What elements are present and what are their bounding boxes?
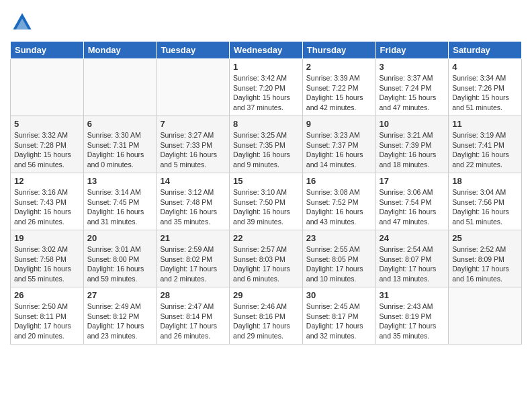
- day-number: 23: [306, 233, 372, 243]
- calendar-cell: 11Sunrise: 3:19 AM Sunset: 7:41 PM Dayli…: [449, 116, 522, 173]
- calendar-cell: 16Sunrise: 3:08 AM Sunset: 7:52 PM Dayli…: [302, 173, 375, 230]
- calendar-cell: 6Sunrise: 3:30 AM Sunset: 7:31 PM Daylig…: [83, 116, 157, 173]
- calendar-cell: 19Sunrise: 3:02 AM Sunset: 7:58 PM Dayli…: [11, 230, 84, 287]
- day-number: 6: [87, 119, 153, 129]
- day-number: 31: [380, 290, 445, 300]
- day-info: Sunrise: 3:19 AM Sunset: 7:41 PM Dayligh…: [452, 130, 518, 170]
- calendar-cell: [83, 59, 157, 116]
- calendar-cell: 10Sunrise: 3:21 AM Sunset: 7:39 PM Dayli…: [375, 116, 449, 173]
- calendar-cell: 7Sunrise: 3:27 AM Sunset: 7:33 PM Daylig…: [157, 116, 230, 173]
- calendar-cell: 28Sunrise: 2:47 AM Sunset: 8:14 PM Dayli…: [157, 287, 230, 345]
- day-info: Sunrise: 2:43 AM Sunset: 8:19 PM Dayligh…: [380, 302, 445, 341]
- day-info: Sunrise: 2:46 AM Sunset: 8:16 PM Dayligh…: [233, 302, 299, 341]
- calendar-cell: 20Sunrise: 3:01 AM Sunset: 8:00 PM Dayli…: [83, 230, 157, 287]
- day-info: Sunrise: 3:02 AM Sunset: 7:58 PM Dayligh…: [14, 244, 80, 284]
- day-info: Sunrise: 3:21 AM Sunset: 7:39 PM Dayligh…: [380, 130, 445, 170]
- day-info: Sunrise: 2:45 AM Sunset: 8:17 PM Dayligh…: [306, 302, 372, 341]
- day-number: 18: [452, 176, 518, 186]
- day-number: 15: [233, 176, 299, 186]
- day-number: 27: [87, 290, 153, 300]
- week-row-1: 1Sunrise: 3:42 AM Sunset: 7:20 PM Daylig…: [11, 59, 522, 116]
- day-number: 30: [306, 290, 372, 300]
- calendar-cell: [11, 59, 84, 116]
- day-info: Sunrise: 2:49 AM Sunset: 8:12 PM Dayligh…: [87, 302, 153, 341]
- calendar-cell: 4Sunrise: 3:34 AM Sunset: 7:26 PM Daylig…: [449, 59, 522, 116]
- calendar-cell: [449, 287, 522, 345]
- calendar-cell: 23Sunrise: 2:55 AM Sunset: 8:05 PM Dayli…: [302, 230, 375, 287]
- day-number: 26: [14, 290, 80, 300]
- calendar-cell: 3Sunrise: 3:37 AM Sunset: 7:24 PM Daylig…: [375, 59, 449, 116]
- calendar-cell: 1Sunrise: 3:42 AM Sunset: 7:20 PM Daylig…: [230, 59, 303, 116]
- day-info: Sunrise: 3:01 AM Sunset: 8:00 PM Dayligh…: [87, 244, 153, 284]
- day-info: Sunrise: 2:52 AM Sunset: 8:09 PM Dayligh…: [452, 244, 518, 284]
- weekday-header-tuesday: Tuesday: [157, 42, 230, 59]
- day-info: Sunrise: 2:50 AM Sunset: 8:11 PM Dayligh…: [14, 302, 80, 341]
- day-info: Sunrise: 3:34 AM Sunset: 7:26 PM Dayligh…: [452, 73, 518, 113]
- day-info: Sunrise: 2:57 AM Sunset: 8:03 PM Dayligh…: [233, 244, 299, 284]
- day-info: Sunrise: 3:30 AM Sunset: 7:31 PM Dayligh…: [87, 130, 153, 170]
- logo: [10, 10, 38, 34]
- weekday-header-monday: Monday: [83, 42, 157, 59]
- calendar-table: SundayMondayTuesdayWednesdayThursdayFrid…: [10, 41, 522, 345]
- day-info: Sunrise: 2:59 AM Sunset: 8:02 PM Dayligh…: [160, 244, 226, 284]
- weekday-header-friday: Friday: [375, 42, 449, 59]
- day-info: Sunrise: 3:12 AM Sunset: 7:48 PM Dayligh…: [160, 187, 226, 227]
- day-info: Sunrise: 3:39 AM Sunset: 7:22 PM Dayligh…: [306, 73, 372, 113]
- day-number: 9: [306, 119, 372, 129]
- calendar-cell: 18Sunrise: 3:04 AM Sunset: 7:56 PM Dayli…: [449, 173, 522, 230]
- day-number: 22: [233, 233, 299, 243]
- day-number: 28: [160, 290, 226, 300]
- calendar-cell: 8Sunrise: 3:25 AM Sunset: 7:35 PM Daylig…: [230, 116, 303, 173]
- day-number: 5: [14, 119, 80, 129]
- day-number: 8: [233, 119, 299, 129]
- weekday-header-sunday: Sunday: [11, 42, 84, 59]
- calendar-cell: 30Sunrise: 2:45 AM Sunset: 8:17 PM Dayli…: [302, 287, 375, 345]
- day-info: Sunrise: 3:06 AM Sunset: 7:54 PM Dayligh…: [380, 187, 445, 227]
- day-number: 19: [14, 233, 80, 243]
- week-row-5: 26Sunrise: 2:50 AM Sunset: 8:11 PM Dayli…: [11, 287, 522, 345]
- weekday-header-thursday: Thursday: [302, 42, 375, 59]
- day-number: 11: [452, 119, 518, 129]
- weekday-header-wednesday: Wednesday: [230, 42, 303, 59]
- day-number: 4: [452, 62, 518, 72]
- calendar-cell: 9Sunrise: 3:23 AM Sunset: 7:37 PM Daylig…: [302, 116, 375, 173]
- calendar-cell: 26Sunrise: 2:50 AM Sunset: 8:11 PM Dayli…: [11, 287, 84, 345]
- day-number: 17: [380, 176, 445, 186]
- day-number: 20: [87, 233, 153, 243]
- calendar-cell: 29Sunrise: 2:46 AM Sunset: 8:16 PM Dayli…: [230, 287, 303, 345]
- day-info: Sunrise: 3:37 AM Sunset: 7:24 PM Dayligh…: [380, 73, 445, 113]
- day-info: Sunrise: 3:08 AM Sunset: 7:52 PM Dayligh…: [306, 187, 372, 227]
- day-info: Sunrise: 2:54 AM Sunset: 8:07 PM Dayligh…: [380, 244, 445, 284]
- week-row-3: 12Sunrise: 3:16 AM Sunset: 7:43 PM Dayli…: [11, 173, 522, 230]
- calendar-cell: 21Sunrise: 2:59 AM Sunset: 8:02 PM Dayli…: [157, 230, 230, 287]
- day-info: Sunrise: 3:27 AM Sunset: 7:33 PM Dayligh…: [160, 130, 226, 170]
- day-info: Sunrise: 3:10 AM Sunset: 7:50 PM Dayligh…: [233, 187, 299, 227]
- page-header: [10, 10, 522, 34]
- calendar-cell: [157, 59, 230, 116]
- weekday-header-saturday: Saturday: [449, 42, 522, 59]
- calendar-cell: 2Sunrise: 3:39 AM Sunset: 7:22 PM Daylig…: [302, 59, 375, 116]
- calendar-cell: 27Sunrise: 2:49 AM Sunset: 8:12 PM Dayli…: [83, 287, 157, 345]
- day-number: 12: [14, 176, 80, 186]
- day-number: 10: [380, 119, 445, 129]
- day-info: Sunrise: 2:55 AM Sunset: 8:05 PM Dayligh…: [306, 244, 372, 284]
- day-number: 24: [380, 233, 445, 243]
- day-info: Sunrise: 3:32 AM Sunset: 7:28 PM Dayligh…: [14, 130, 80, 170]
- day-info: Sunrise: 3:16 AM Sunset: 7:43 PM Dayligh…: [14, 187, 80, 227]
- day-info: Sunrise: 3:42 AM Sunset: 7:20 PM Dayligh…: [233, 73, 299, 113]
- calendar-cell: 24Sunrise: 2:54 AM Sunset: 8:07 PM Dayli…: [375, 230, 449, 287]
- day-number: 29: [233, 290, 299, 300]
- weekday-header-row: SundayMondayTuesdayWednesdayThursdayFrid…: [11, 42, 522, 59]
- calendar-cell: 5Sunrise: 3:32 AM Sunset: 7:28 PM Daylig…: [11, 116, 84, 173]
- day-info: Sunrise: 3:23 AM Sunset: 7:37 PM Dayligh…: [306, 130, 372, 170]
- day-info: Sunrise: 3:25 AM Sunset: 7:35 PM Dayligh…: [233, 130, 299, 170]
- day-number: 14: [160, 176, 226, 186]
- day-info: Sunrise: 2:47 AM Sunset: 8:14 PM Dayligh…: [160, 302, 226, 341]
- day-number: 25: [452, 233, 518, 243]
- calendar-cell: 13Sunrise: 3:14 AM Sunset: 7:45 PM Dayli…: [83, 173, 157, 230]
- day-number: 7: [160, 119, 226, 129]
- calendar-cell: 12Sunrise: 3:16 AM Sunset: 7:43 PM Dayli…: [11, 173, 84, 230]
- day-number: 21: [160, 233, 226, 243]
- calendar-cell: 25Sunrise: 2:52 AM Sunset: 8:09 PM Dayli…: [449, 230, 522, 287]
- calendar-cell: 14Sunrise: 3:12 AM Sunset: 7:48 PM Dayli…: [157, 173, 230, 230]
